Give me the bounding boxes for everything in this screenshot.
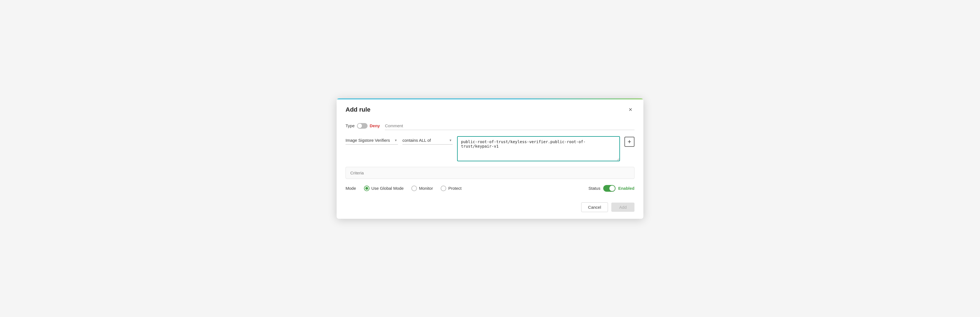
value-textarea-wrap: public-root-of-trust/keyless-verifier.pu… <box>457 136 620 162</box>
value-textarea[interactable]: public-root-of-trust/keyless-verifier.pu… <box>457 136 620 161</box>
add-condition-button[interactable]: + <box>624 137 635 147</box>
criteria-row <box>345 167 635 179</box>
add-rule-dialog: Add rule × Type Deny Image Sigstore Veri… <box>337 99 643 219</box>
field-select[interactable]: Image Sigstore Verifiers <box>345 136 398 145</box>
status-toggle[interactable] <box>603 185 616 192</box>
dialog-header: Add rule × <box>337 99 643 117</box>
dialog-body: Type Deny Image Sigstore Verifiers ▾ <box>337 117 643 199</box>
mode-protect-label: Protect <box>448 186 461 191</box>
operator-select-wrap: contains ALL of ▾ <box>402 136 453 145</box>
type-section: Type Deny <box>345 123 380 129</box>
type-toggle[interactable] <box>357 123 368 129</box>
status-toggle-thumb <box>609 186 615 191</box>
mode-global-label: Use Global Mode <box>371 186 404 191</box>
status-section: Status Enabled <box>589 185 635 192</box>
toggle-thumb <box>358 124 362 128</box>
type-label: Type <box>345 123 355 128</box>
cancel-button[interactable]: Cancel <box>581 202 608 212</box>
dialog-title: Add rule <box>345 106 371 113</box>
mode-label: Mode <box>345 186 356 191</box>
mode-status-row: Mode Use Global Mode Monitor Protect Sta… <box>345 185 635 192</box>
mode-monitor-label: Monitor <box>419 186 433 191</box>
mode-global-option[interactable]: Use Global Mode <box>364 186 404 191</box>
field-select-wrap: Image Sigstore Verifiers ▾ <box>345 136 398 145</box>
mode-global-radio[interactable] <box>364 186 369 191</box>
status-label: Status <box>589 186 600 191</box>
operator-select[interactable]: contains ALL of <box>402 136 453 145</box>
close-button[interactable]: × <box>626 105 635 114</box>
mode-protect-option[interactable]: Protect <box>441 186 461 191</box>
condition-row: Image Sigstore Verifiers ▾ contains ALL … <box>345 136 635 162</box>
type-comment-row: Type Deny <box>345 122 635 130</box>
mode-protect-radio[interactable] <box>441 186 446 191</box>
comment-input[interactable] <box>385 122 635 130</box>
mode-monitor-radio[interactable] <box>411 186 417 191</box>
criteria-input[interactable] <box>345 167 635 179</box>
deny-label: Deny <box>370 123 380 128</box>
add-button[interactable]: Add <box>611 202 635 212</box>
status-enabled-label: Enabled <box>618 186 635 191</box>
mode-monitor-option[interactable]: Monitor <box>411 186 433 191</box>
mode-global-radio-inner <box>365 187 368 190</box>
dialog-footer: Cancel Add <box>337 199 643 219</box>
